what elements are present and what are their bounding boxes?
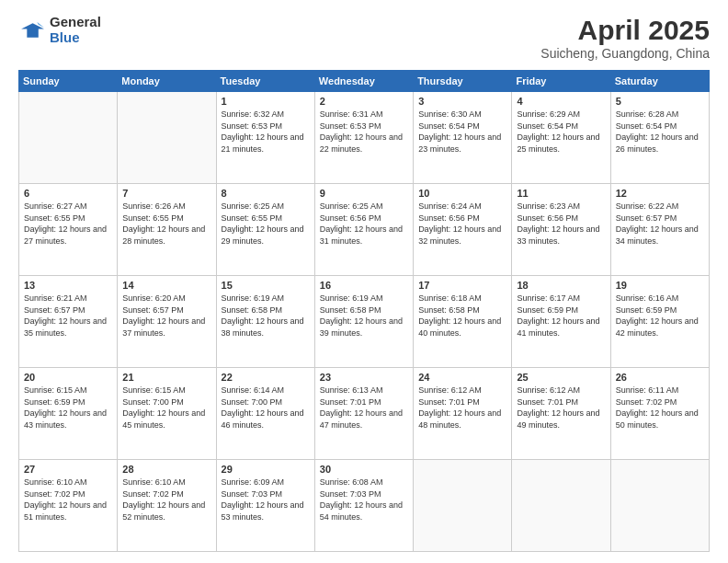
day-number: 28	[122, 464, 210, 475]
day-number: 30	[320, 464, 408, 475]
calendar-week-1: 1Sunrise: 6:32 AMSunset: 6:53 PMDaylight…	[19, 92, 710, 184]
calendar-cell: 16Sunrise: 6:19 AMSunset: 6:58 PMDayligh…	[314, 276, 413, 368]
day-number: 26	[616, 372, 704, 383]
calendar-cell: 13Sunrise: 6:21 AMSunset: 6:57 PMDayligh…	[19, 276, 118, 368]
calendar-cell: 4Sunrise: 6:29 AMSunset: 6:54 PMDaylight…	[512, 92, 610, 184]
col-saturday: Saturday	[610, 71, 709, 92]
day-number: 8	[222, 188, 310, 199]
calendar-week-4: 20Sunrise: 6:15 AMSunset: 6:59 PMDayligh…	[19, 368, 710, 460]
calendar-cell: 9Sunrise: 6:25 AMSunset: 6:56 PMDaylight…	[314, 184, 413, 276]
day-info: Sunrise: 6:13 AMSunset: 7:01 PMDaylight:…	[320, 385, 408, 431]
calendar-cell: 7Sunrise: 6:26 AMSunset: 6:55 PMDaylight…	[118, 184, 216, 276]
day-number: 3	[418, 96, 506, 107]
calendar-cell: 11Sunrise: 6:23 AMSunset: 6:56 PMDayligh…	[512, 184, 610, 276]
calendar-cell: 22Sunrise: 6:14 AMSunset: 7:00 PMDayligh…	[216, 368, 314, 460]
logo-general-text: General	[50, 15, 101, 30]
calendar-cell: 15Sunrise: 6:19 AMSunset: 6:58 PMDayligh…	[216, 276, 314, 368]
col-tuesday: Tuesday	[216, 71, 314, 92]
day-info: Sunrise: 6:30 AMSunset: 6:54 PMDaylight:…	[418, 109, 506, 155]
calendar-cell	[118, 92, 216, 184]
day-number: 12	[616, 188, 704, 199]
day-info: Sunrise: 6:25 AMSunset: 6:56 PMDaylight:…	[320, 201, 408, 247]
day-number: 5	[616, 96, 704, 107]
day-info: Sunrise: 6:12 AMSunset: 7:01 PMDaylight:…	[517, 385, 605, 431]
day-number: 7	[122, 188, 210, 199]
day-info: Sunrise: 6:26 AMSunset: 6:55 PMDaylight:…	[122, 201, 210, 247]
day-number: 10	[418, 188, 506, 199]
day-number: 1	[222, 96, 310, 107]
calendar-cell: 8Sunrise: 6:25 AMSunset: 6:55 PMDaylight…	[216, 184, 314, 276]
day-info: Sunrise: 6:14 AMSunset: 7:00 PMDaylight:…	[222, 385, 310, 431]
day-info: Sunrise: 6:10 AMSunset: 7:02 PMDaylight:…	[122, 477, 210, 523]
calendar-week-3: 13Sunrise: 6:21 AMSunset: 6:57 PMDayligh…	[19, 276, 710, 368]
title-block: April 2025 Suicheng, Guangdong, China	[540, 15, 710, 61]
day-info: Sunrise: 6:17 AMSunset: 6:59 PMDaylight:…	[517, 293, 605, 339]
day-info: Sunrise: 6:15 AMSunset: 7:00 PMDaylight:…	[122, 385, 210, 431]
calendar-cell: 2Sunrise: 6:31 AMSunset: 6:53 PMDaylight…	[314, 92, 413, 184]
calendar-cell: 28Sunrise: 6:10 AMSunset: 7:02 PMDayligh…	[118, 460, 216, 552]
calendar-cell: 29Sunrise: 6:09 AMSunset: 7:03 PMDayligh…	[216, 460, 314, 552]
day-info: Sunrise: 6:29 AMSunset: 6:54 PMDaylight:…	[517, 109, 605, 155]
calendar-header-row: Sunday Monday Tuesday Wednesday Thursday…	[19, 71, 710, 92]
calendar-cell: 17Sunrise: 6:18 AMSunset: 6:58 PMDayligh…	[414, 276, 512, 368]
day-info: Sunrise: 6:24 AMSunset: 6:56 PMDaylight:…	[418, 201, 506, 247]
calendar-cell: 1Sunrise: 6:32 AMSunset: 6:53 PMDaylight…	[216, 92, 314, 184]
day-number: 14	[122, 280, 210, 291]
calendar-cell: 21Sunrise: 6:15 AMSunset: 7:00 PMDayligh…	[118, 368, 216, 460]
day-info: Sunrise: 6:31 AMSunset: 6:53 PMDaylight:…	[320, 109, 408, 155]
day-info: Sunrise: 6:12 AMSunset: 7:01 PMDaylight:…	[418, 385, 506, 431]
day-info: Sunrise: 6:28 AMSunset: 6:54 PMDaylight:…	[616, 109, 704, 155]
day-number: 15	[222, 280, 310, 291]
day-number: 22	[222, 372, 310, 383]
col-sunday: Sunday	[19, 71, 118, 92]
calendar-week-2: 6Sunrise: 6:27 AMSunset: 6:55 PMDaylight…	[19, 184, 710, 276]
calendar-cell: 12Sunrise: 6:22 AMSunset: 6:57 PMDayligh…	[610, 184, 709, 276]
header: General Blue April 2025 Suicheng, Guangd…	[18, 15, 710, 61]
logo-icon	[18, 17, 44, 43]
day-info: Sunrise: 6:27 AMSunset: 6:55 PMDaylight:…	[24, 201, 112, 247]
subtitle: Suicheng, Guangdong, China	[540, 46, 710, 61]
day-number: 24	[418, 372, 506, 383]
day-number: 11	[517, 188, 605, 199]
day-number: 2	[320, 96, 408, 107]
col-thursday: Thursday	[414, 71, 512, 92]
calendar-cell: 20Sunrise: 6:15 AMSunset: 6:59 PMDayligh…	[19, 368, 118, 460]
day-number: 9	[320, 188, 408, 199]
day-info: Sunrise: 6:08 AMSunset: 7:03 PMDaylight:…	[320, 477, 408, 523]
calendar-cell: 3Sunrise: 6:30 AMSunset: 6:54 PMDaylight…	[414, 92, 512, 184]
calendar-cell: 19Sunrise: 6:16 AMSunset: 6:59 PMDayligh…	[610, 276, 709, 368]
day-number: 29	[222, 464, 310, 475]
calendar-cell	[414, 460, 512, 552]
calendar-cell: 10Sunrise: 6:24 AMSunset: 6:56 PMDayligh…	[414, 184, 512, 276]
day-number: 16	[320, 280, 408, 291]
day-number: 4	[517, 96, 605, 107]
day-number: 21	[122, 372, 210, 383]
day-info: Sunrise: 6:19 AMSunset: 6:58 PMDaylight:…	[320, 293, 408, 339]
day-info: Sunrise: 6:11 AMSunset: 7:02 PMDaylight:…	[616, 385, 704, 431]
calendar-cell: 5Sunrise: 6:28 AMSunset: 6:54 PMDaylight…	[610, 92, 709, 184]
day-number: 23	[320, 372, 408, 383]
day-info: Sunrise: 6:16 AMSunset: 6:59 PMDaylight:…	[616, 293, 704, 339]
day-info: Sunrise: 6:10 AMSunset: 7:02 PMDaylight:…	[24, 477, 112, 523]
day-info: Sunrise: 6:15 AMSunset: 6:59 PMDaylight:…	[24, 385, 112, 431]
day-number: 25	[517, 372, 605, 383]
day-info: Sunrise: 6:22 AMSunset: 6:57 PMDaylight:…	[616, 201, 704, 247]
calendar-cell: 23Sunrise: 6:13 AMSunset: 7:01 PMDayligh…	[314, 368, 413, 460]
logo-blue-text: Blue	[50, 30, 101, 46]
calendar-cell	[512, 460, 610, 552]
col-friday: Friday	[512, 71, 610, 92]
calendar-cell: 30Sunrise: 6:08 AMSunset: 7:03 PMDayligh…	[314, 460, 413, 552]
day-info: Sunrise: 6:32 AMSunset: 6:53 PMDaylight:…	[222, 109, 310, 155]
col-wednesday: Wednesday	[314, 71, 413, 92]
calendar-cell: 18Sunrise: 6:17 AMSunset: 6:59 PMDayligh…	[512, 276, 610, 368]
day-number: 13	[24, 280, 112, 291]
day-info: Sunrise: 6:19 AMSunset: 6:58 PMDaylight:…	[222, 293, 310, 339]
day-info: Sunrise: 6:18 AMSunset: 6:58 PMDaylight:…	[418, 293, 506, 339]
calendar-cell: 25Sunrise: 6:12 AMSunset: 7:01 PMDayligh…	[512, 368, 610, 460]
day-info: Sunrise: 6:09 AMSunset: 7:03 PMDaylight:…	[222, 477, 310, 523]
calendar-cell	[19, 92, 118, 184]
day-number: 27	[24, 464, 112, 475]
main-title: April 2025	[540, 15, 710, 46]
calendar-cell	[610, 460, 709, 552]
col-monday: Monday	[118, 71, 216, 92]
